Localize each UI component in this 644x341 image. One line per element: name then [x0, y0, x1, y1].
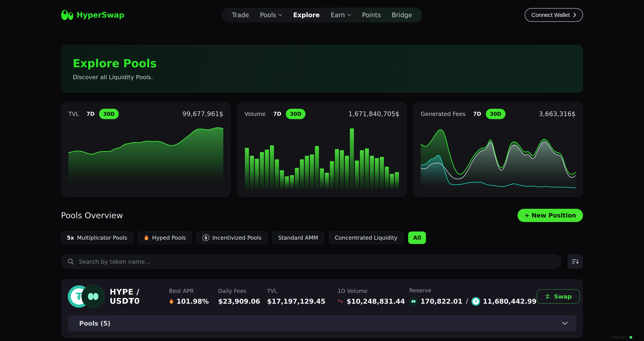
stat-best-apr: Best APR 101.98% [169, 288, 218, 305]
nav-item-bridge[interactable]: Bridge [392, 11, 412, 19]
generated-fees-card: Generated Fees 7D 30D 3,663,316$ [413, 102, 583, 197]
stats-cards-row: TVL 7D 30D 99,677,961$ Volume 7D 30D 1,6… [61, 102, 583, 197]
volume-period-7d[interactable]: 7D [273, 111, 282, 117]
fees-card-value: 3,663,316$ [539, 110, 576, 118]
explore-pools-banner: Explore Pools Discover all Liquidity Poo… [61, 45, 583, 93]
filter-all[interactable]: All [408, 232, 426, 244]
tvl-card-value: 99,677,961$ [182, 110, 223, 118]
pool-pair: ₮ HYPE / USD₮0 [68, 285, 169, 308]
fees-period-30d[interactable]: 30D [486, 109, 506, 119]
block-status-indicator: 7161211 [610, 335, 632, 340]
nav-item-explore[interactable]: Explore [293, 11, 320, 19]
tvl-area-chart [68, 123, 223, 190]
nav-item-trade[interactable]: Trade [232, 11, 249, 19]
stat-reserve: Reserve 170,822.01 / ₮ 11,680,442.99 [409, 287, 536, 306]
search-input[interactable] [79, 258, 555, 265]
swap-arrows-icon [544, 294, 550, 299]
search-bar[interactable] [61, 254, 562, 269]
search-icon [68, 258, 74, 265]
pair-token-icons: ₮ [68, 285, 103, 308]
nav-item-pools[interactable]: Pools [260, 11, 282, 19]
fees-line-chart [421, 123, 576, 190]
chevron-down-icon [347, 14, 351, 16]
stat-daily-fees: Daily Fees $23,909.06 [218, 288, 267, 305]
dollar-circle-icon: $ [202, 234, 209, 241]
trend-down-icon [338, 299, 344, 304]
new-position-button[interactable]: + New Position [518, 209, 583, 222]
online-status-dot [630, 336, 632, 339]
brand-name: HyperSwap [76, 10, 124, 19]
volume-period-30d[interactable]: 30D [286, 109, 306, 119]
connect-wallet-button[interactable]: Connect Wallet [525, 8, 583, 22]
block-number: 7161211 [610, 335, 627, 340]
5x-icon: 5x [67, 235, 74, 241]
stat-tvl: TVL $17,197,129.45 [267, 288, 338, 305]
volume-bar-chart [244, 123, 400, 190]
tvl-period-30d[interactable]: 30D [99, 109, 119, 119]
pool-filter-chips: 5x Multiplicator Pools Hyped Pools $ Inc… [61, 232, 583, 244]
pair-name: HYPE / USD₮0 [110, 288, 169, 306]
hyperswap-eyes-icon [61, 10, 74, 20]
page-subtitle: Discover all Liquidity Pools. [73, 74, 583, 80]
tvl-card-label: TVL [68, 111, 79, 117]
pool-card-hype-usdt0: ₮ HYPE / USD₮0 Best APR [61, 279, 583, 338]
volume-card-value: 1,671,840,705$ [348, 110, 400, 118]
usdt0-token-icon: ₮ [472, 297, 480, 306]
pool-stats: Best APR 101.98% Daily Fees $23,909.06 T… [169, 287, 536, 306]
filter-incentivized-pools[interactable]: $ Incentivized Pools [196, 232, 268, 244]
top-navigation: HyperSwap Trade Pools Explore Earn Point… [0, 0, 644, 22]
hype-token-icon [409, 297, 418, 306]
pools-overview-header: Pools Overview + New Position [61, 209, 583, 222]
filter-concentrated-liquidity[interactable]: Concentrated Liquidity [329, 232, 404, 244]
page-title: Explore Pools [73, 57, 583, 70]
filter-hyped-pools[interactable]: Hyped Pools [138, 232, 192, 244]
hype-token-icon [82, 285, 105, 308]
flame-icon [144, 234, 149, 241]
swap-button[interactable]: Swap [536, 289, 580, 304]
nav-item-earn[interactable]: Earn [331, 11, 351, 19]
sort-button[interactable] [568, 254, 583, 269]
search-row [61, 254, 583, 269]
filter-standard-amm[interactable]: Standard AMM [272, 232, 324, 244]
volume-card: Volume 7D 30D 1,671,840,705$ [237, 102, 407, 197]
pools-expand-row[interactable]: Pools (5) [68, 315, 576, 332]
pool-row[interactable]: ₮ HYPE / USD₮0 Best APR [68, 285, 576, 308]
chevron-down-icon [278, 14, 282, 16]
sort-descending-icon [572, 258, 579, 265]
volume-card-label: Volume [244, 111, 266, 117]
fees-card-label: Generated Fees [421, 111, 466, 117]
flame-icon [169, 298, 174, 305]
nav-item-points[interactable]: Points [362, 11, 381, 19]
stat-1d-volume: 1D Volume $10,248,831.44 [338, 288, 409, 305]
filter-multiplicator-pools[interactable]: 5x Multiplicator Pools [61, 232, 133, 244]
pools-overview-title: Pools Overview [61, 211, 123, 220]
tvl-card: TVL 7D 30D 99,677,961$ [61, 102, 231, 197]
chevron-down-icon [562, 322, 568, 325]
fees-period-7d[interactable]: 7D [473, 111, 481, 117]
chevron-right-icon [573, 12, 576, 18]
pools-count-label: Pools (5) [79, 320, 110, 327]
brand-logo[interactable]: HyperSwap [61, 10, 124, 20]
main-nav: Trade Pools Explore Earn Points Bridge [222, 8, 422, 22]
tvl-period-7d[interactable]: 7D [86, 111, 95, 117]
